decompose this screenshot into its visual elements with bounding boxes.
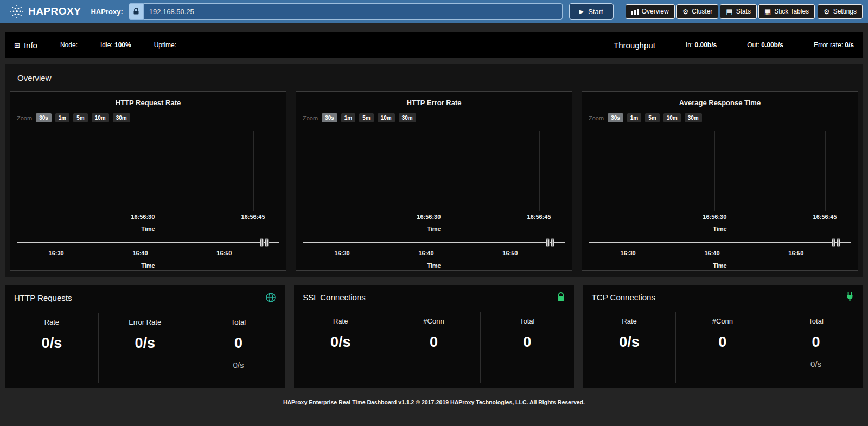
zoom-button-30m[interactable]: 30m	[685, 113, 702, 122]
navigator-handle[interactable]	[546, 238, 554, 247]
footer-text: HAProxy Enterprise Real Time Dashboard v…	[0, 388, 868, 411]
navigator-tick: 16:50	[502, 250, 518, 256]
zoom-button-30m[interactable]: 30m	[113, 113, 130, 122]
nav-cluster-label: Cluster	[692, 8, 712, 15]
navigator-axis-label: Time	[17, 262, 279, 269]
play-icon: ▶	[579, 8, 584, 15]
zoom-button-1m[interactable]: 1m	[341, 113, 355, 122]
stat-panel-http-requests: HTTP Requests Rate 0/s – Error Rate 0/s …	[5, 285, 285, 388]
navigator-grip[interactable]	[546, 238, 550, 247]
stick-tables-icon: ▦	[764, 8, 771, 15]
gridline	[253, 131, 254, 211]
navigator-grip[interactable]	[260, 238, 264, 247]
navigator-grip[interactable]	[265, 238, 269, 247]
charts-row: HTTP Request Rate Zoom 30s 1m 5m 10m 30m…	[10, 91, 858, 271]
chart-title: HTTP Error Rate	[296, 92, 572, 107]
navigator-edge-line	[279, 236, 279, 251]
stat-column-header: Rate	[333, 317, 348, 325]
haproxy-address-label: HAProxy:	[91, 8, 123, 16]
navigator-axis	[303, 242, 565, 243]
top-navbar: HAPROXY HAProxy: ▶ Start Overview	[0, 0, 868, 23]
stat-column: #Conn 0 –	[676, 312, 769, 383]
navigator-grip[interactable]	[832, 238, 835, 247]
zoom-button-30m[interactable]: 30m	[399, 113, 416, 122]
zoom-button-5m[interactable]: 5m	[645, 113, 659, 122]
stat-column: Total 0 0/s	[192, 313, 285, 383]
stat-column-sub: –	[627, 359, 631, 369]
throughput-in-value: 0.00b/s	[695, 41, 717, 49]
navigator-handle[interactable]	[260, 238, 269, 247]
stat-column-sub: –	[143, 360, 147, 370]
chart-panel-http-request-rate: HTTP Request Rate Zoom 30s 1m 5m 10m 30m…	[10, 91, 286, 271]
address-input[interactable]	[144, 3, 563, 20]
info-bar: ⊞ Info Node: Idle: 100% Uptime: Throughp…	[5, 32, 863, 58]
ssl-lock-icon	[557, 292, 565, 302]
throughput-in: In: 0.00b/s	[686, 41, 717, 49]
zoom-button-5m[interactable]: 5m	[73, 113, 87, 122]
settings-button[interactable]: ⚙ Settings	[818, 4, 863, 19]
node-label: Node:	[60, 41, 78, 49]
navigator-axis-label: Time	[589, 262, 851, 269]
stat-column-header: #Conn	[712, 317, 733, 325]
zoom-row: Zoom 30s 1m 5m 10m 30m	[589, 113, 858, 122]
zoom-button-10m[interactable]: 10m	[663, 113, 681, 122]
chart-panel-average-response-time: Average Response Time Zoom 30s 1m 5m 10m…	[582, 91, 858, 271]
nav-overview-label: Overview	[642, 8, 669, 15]
zoom-button-1m[interactable]: 1m	[627, 113, 641, 122]
chart-navigator: 16:30 16:40 16:50 Time	[303, 238, 565, 269]
nav-stats-label: Stats	[736, 8, 751, 15]
nav-button-cluster[interactable]: ⚙ Cluster	[676, 4, 719, 19]
zoom-button-30s[interactable]: 30s	[322, 113, 337, 122]
lock-button[interactable]	[129, 3, 144, 20]
haproxy-logo-icon	[10, 4, 24, 18]
stat-column-sub: –	[525, 359, 529, 369]
navigator-axis	[17, 242, 279, 243]
stat-panel-ssl-connections: SSL Connections Rate 0/s – #Conn 0 – Tot…	[294, 285, 573, 388]
stats-table-icon: ▤	[726, 8, 732, 15]
navigator-tick: 16:50	[788, 250, 803, 256]
zoom-button-10m[interactable]: 10m	[92, 113, 109, 122]
error-rate-label: Error rate:	[814, 41, 843, 49]
gridline	[143, 131, 143, 211]
chart-title: HTTP Request Rate	[10, 92, 286, 107]
x-tick: 16:56:30	[417, 214, 441, 220]
x-tick: 16:56:30	[131, 214, 155, 220]
nav-button-overview[interactable]: Overview	[626, 4, 675, 19]
stat-column-value: 0	[234, 335, 242, 352]
x-tick: 16:56:45	[241, 214, 265, 220]
stat-column-header: Total	[808, 317, 823, 325]
navigator-tick: 16:40	[418, 250, 433, 256]
chart-plot: 16:56:30 16:56:45	[303, 131, 565, 211]
nav-button-stick-tables[interactable]: ▦ Stick Tables	[758, 4, 815, 19]
stat-column-sub: 0/s	[233, 360, 244, 370]
idle-value: 100%	[114, 41, 131, 49]
zoom-button-30s[interactable]: 30s	[608, 113, 623, 122]
zoom-button-30s[interactable]: 30s	[36, 113, 52, 122]
info-grid-icon: ⊞	[14, 42, 20, 49]
zoom-button-10m[interactable]: 10m	[378, 113, 395, 122]
stat-panel-body: Rate 0/s – #Conn 0 – Total 0 –	[294, 308, 573, 388]
stat-column-value: 0/s	[42, 335, 62, 352]
stat-panel-title: SSL Connections	[303, 293, 365, 302]
navigator-grip[interactable]	[551, 238, 554, 247]
start-button[interactable]: ▶ Start	[569, 3, 614, 20]
stat-column-value: 0/s	[330, 334, 351, 351]
zoom-button-1m[interactable]: 1m	[55, 113, 69, 122]
stats-row: HTTP Requests Rate 0/s – Error Rate 0/s …	[5, 285, 863, 388]
x-tick: 16:56:45	[527, 214, 551, 220]
x-axis-label: Time	[582, 225, 858, 232]
start-button-label: Start	[588, 8, 603, 16]
chart-panel-http-error-rate: HTTP Error Rate Zoom 30s 1m 5m 10m 30m 1…	[296, 91, 572, 271]
navigator-grip[interactable]	[837, 238, 840, 247]
section-title-overview: Overview	[17, 73, 858, 82]
zoom-button-5m[interactable]: 5m	[359, 113, 373, 122]
chart-plot: 16:56:30 16:56:45	[17, 131, 279, 211]
brand: HAPROXY	[10, 4, 81, 18]
stat-column-value: 0/s	[619, 334, 640, 351]
stat-column-header: Total	[231, 318, 246, 326]
nav-button-stats[interactable]: ▤ Stats	[720, 4, 757, 19]
brand-title: HAPROXY	[28, 5, 81, 17]
stat-column-value: 0/s	[135, 335, 155, 352]
info-title-label: Info	[24, 41, 37, 50]
navigator-handle[interactable]	[832, 238, 840, 247]
